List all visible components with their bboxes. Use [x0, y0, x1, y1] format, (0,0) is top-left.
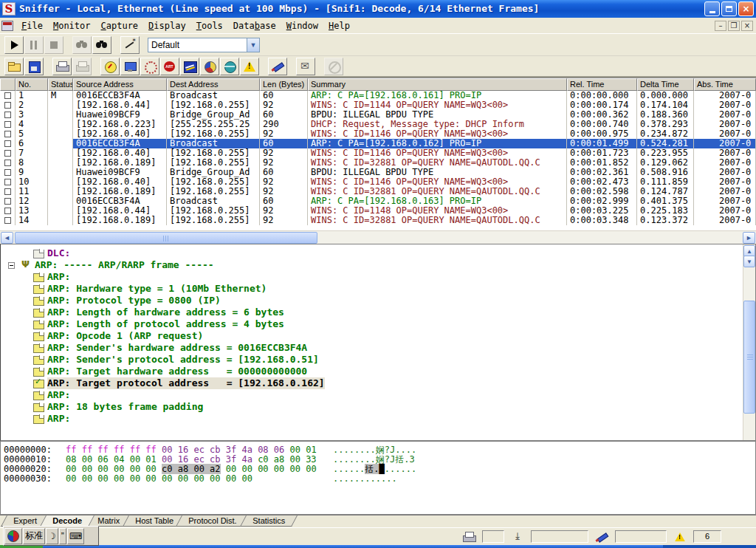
- collapse-expander-icon[interactable]: [8, 262, 15, 269]
- close-button[interactable]: ×: [738, 1, 754, 16]
- start-capture-button[interactable]: [4, 36, 24, 54]
- tree-line[interactable]: ARP: Target protocol address = [192.168.…: [1, 377, 743, 389]
- row-checkbox[interactable]: [4, 188, 11, 195]
- row-select[interactable]: [0, 177, 16, 187]
- mdi-minimize-button[interactable]: –: [715, 21, 726, 31]
- packet-list-hscrollbar[interactable]: ◄ ►: [0, 230, 756, 244]
- minimize-button[interactable]: [704, 1, 720, 16]
- ime-logo-icon[interactable]: [4, 528, 22, 544]
- table-row[interactable]: 120016ECCB3F4ABroadcast60ARP: C PA=[192.…: [0, 196, 756, 206]
- table-row[interactable]: 3Huawei09BCF9Bridge_Group_Ad60BPDU: ILLE…: [0, 110, 756, 120]
- column-header-rel-time[interactable]: Rel. Time: [567, 78, 637, 91]
- define-filter-button[interactable]: [120, 36, 140, 54]
- tab-decode[interactable]: Decode: [40, 516, 94, 527]
- row-select[interactable]: [0, 187, 16, 196]
- row-checkbox[interactable]: [4, 217, 11, 224]
- row-checkbox[interactable]: [4, 160, 11, 166]
- table-row[interactable]: 10[192.168.0.40][192.168.0.255]92WINS: C…: [0, 177, 756, 187]
- table-row[interactable]: 9Huawei09BCF9Bridge_Group_Ad60BPDU: ILLE…: [0, 168, 756, 177]
- history-samples-button[interactable]: [180, 58, 199, 75]
- decode-tree-vscrollbar[interactable]: ▲ ▼: [743, 244, 755, 440]
- expert-help-button[interactable]: [296, 58, 315, 75]
- tree-line[interactable]: ARP:: [1, 271, 743, 283]
- global-statistics-button[interactable]: [220, 58, 239, 75]
- row-checkbox[interactable]: [4, 169, 11, 176]
- vscroll-thumb[interactable]: [743, 301, 755, 414]
- scroll-right-button[interactable]: ►: [743, 232, 755, 244]
- row-checkbox[interactable]: [4, 92, 11, 99]
- restore-button[interactable]: [721, 1, 737, 16]
- row-checkbox[interactable]: [4, 102, 11, 109]
- ime-punctuation-icon[interactable]: ”: [59, 528, 66, 544]
- row-checkbox[interactable]: [4, 131, 11, 137]
- ime-keyboard-icon[interactable]: ⌨: [67, 528, 84, 544]
- profile-dropdown[interactable]: Default ▼: [148, 38, 260, 52]
- menu-item-file[interactable]: File: [16, 19, 48, 32]
- matrix-button[interactable]: [140, 58, 159, 75]
- menu-item-tools[interactable]: Tools: [191, 19, 228, 32]
- row-select[interactable]: [0, 100, 16, 110]
- print-button[interactable]: [52, 58, 72, 75]
- tree-line[interactable]: ARP: Target hardware address = 000000000…: [1, 366, 743, 377]
- row-checkbox[interactable]: [4, 121, 11, 128]
- row-select[interactable]: [0, 91, 16, 100]
- hscroll-thumb[interactable]: [15, 232, 317, 244]
- hex-view-panel[interactable]: 00000000:ff ff ff ff ff ff 00 16 ec cb 3…: [0, 441, 756, 515]
- menu-item-window[interactable]: Window: [281, 19, 323, 32]
- row-checkbox[interactable]: [4, 140, 11, 147]
- mdi-restore-button[interactable]: ❐: [728, 21, 740, 31]
- ime-mode-button[interactable]: 标准: [23, 528, 45, 544]
- document-icon[interactable]: [1, 21, 13, 31]
- menu-item-database[interactable]: Database: [228, 19, 281, 32]
- row-select[interactable]: [0, 139, 16, 148]
- table-row[interactable]: 2[192.168.0.44][192.168.0.255]92WINS: C …: [0, 100, 756, 110]
- table-row[interactable]: 11[192.168.0.189][192.168.0.255]92WINS: …: [0, 187, 756, 196]
- ime-halfwidth-icon[interactable]: ☽: [46, 528, 58, 544]
- row-select[interactable]: [0, 129, 16, 139]
- tree-line[interactable]: ARP: Protocol type = 0800 (IP): [1, 295, 743, 306]
- tree-line[interactable]: ARP: ----- ARP/RARP frame -----: [1, 259, 743, 271]
- alarm-log-button[interactable]: [240, 58, 259, 75]
- column-header-status[interactable]: Status: [48, 78, 73, 91]
- chevron-down-icon[interactable]: ▼: [247, 38, 259, 52]
- row-select[interactable]: [0, 206, 16, 216]
- tree-line[interactable]: ARP: 18 bytes frame padding: [1, 401, 743, 413]
- table-row[interactable]: 8[192.168.0.189][192.168.0.255]92WINS: C…: [0, 158, 756, 168]
- app-response-time-button[interactable]: [160, 58, 179, 75]
- menu-item-help[interactable]: Help: [323, 19, 355, 32]
- column-header-dest-address[interactable]: Dest Address: [167, 78, 260, 91]
- table-row[interactable]: 1M0016ECCB3F4ABroadcast60ARP: C PA=[192.…: [0, 91, 756, 100]
- tree-line[interactable]: ARP: Sender's hardware address = 0016ECC…: [1, 342, 743, 354]
- table-row[interactable]: 7[192.168.0.40][192.168.0.255]92WINS: C …: [0, 148, 756, 158]
- menu-item-capture[interactable]: Capture: [96, 19, 144, 32]
- tree-line[interactable]: ARP: Length of hardware address = 6 byte…: [1, 306, 743, 318]
- column-header-source-address[interactable]: Source Address: [73, 78, 167, 91]
- decode-button[interactable]: [268, 58, 287, 75]
- tree-line[interactable]: DLC:: [1, 247, 743, 259]
- row-checkbox[interactable]: [4, 179, 11, 185]
- protocol-distribution-button[interactable]: [200, 58, 219, 75]
- menu-item-monitor[interactable]: Monitor: [48, 19, 96, 32]
- tree-line[interactable]: ARP:: [1, 413, 743, 425]
- table-row[interactable]: 60016ECCB3F4ABroadcast60ARP: C PA=[192.1…: [0, 139, 756, 148]
- row-checkbox[interactable]: [4, 112, 11, 118]
- row-select[interactable]: [0, 120, 16, 129]
- column-header-delta-time[interactable]: Delta Time: [637, 78, 694, 91]
- row-select[interactable]: [0, 168, 16, 177]
- table-row[interactable]: 13[192.168.0.44][192.168.0.255]92WINS: C…: [0, 206, 756, 216]
- column-header-abs-time[interactable]: Abs. Time: [694, 78, 756, 91]
- column-header-no-[interactable]: No.: [16, 78, 48, 91]
- row-select[interactable]: [0, 158, 16, 168]
- row-select[interactable]: [0, 148, 16, 158]
- open-file-button[interactable]: [4, 58, 24, 75]
- save-button[interactable]: [24, 58, 44, 75]
- tree-line[interactable]: ARP: Opcode 1 (ARP request): [1, 330, 743, 342]
- hex-row[interactable]: 00000030:00 00 00 00 00 00 00 00 00 00 0…: [4, 474, 755, 484]
- tab-statistics[interactable]: Statistics: [240, 516, 298, 527]
- tree-line[interactable]: ARP: Sender's protocol address = [192.16…: [1, 354, 743, 366]
- tree-line[interactable]: ARP: Length of protocol address = 4 byte…: [1, 318, 743, 330]
- table-row[interactable]: 4[192.168.0.223][255.255.255.25290DHCP: …: [0, 120, 756, 129]
- column-header-summary[interactable]: Summary: [308, 78, 567, 91]
- tree-line[interactable]: ARP:: [1, 389, 743, 401]
- table-row[interactable]: 14[192.168.0.189][192.168.0.255]92WINS: …: [0, 216, 756, 225]
